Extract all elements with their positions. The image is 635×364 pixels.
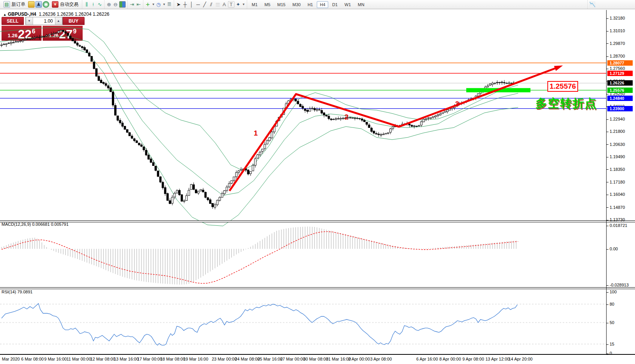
rsi-label: RSI(14) 79.0891 — [2, 290, 33, 294]
deposit-icon[interactable] — [28, 1, 35, 8]
rsi-axis-label: 100 — [607, 290, 617, 294]
vertical-line-icon[interactable]: │ — [189, 2, 194, 7]
price-tag: 1.28077 — [607, 60, 633, 66]
wave-label-1[interactable]: 1 — [254, 129, 258, 137]
rsi-axis-label: 80 — [607, 302, 614, 306]
rsi-axis-label: 15 — [607, 342, 614, 346]
autotrading-button[interactable]: ▾ 自动交易 — [50, 1, 80, 8]
macd-axis-label: 0.00 — [607, 247, 618, 251]
time-axis-label: 17 Mar 00:00 — [137, 357, 162, 361]
price-axis-label: 1.31010 — [607, 28, 625, 33]
price-axis-label: 1.17180 — [607, 180, 625, 184]
trendline-icon[interactable]: ╱ — [202, 2, 208, 7]
candle-chart-icon[interactable]: ⍿ — [90, 2, 96, 7]
price-axis-label: 1.16040 — [607, 192, 625, 197]
rsi-panel[interactable] — [0, 289, 607, 354]
time-axis-label: 24 Mar 08:00 — [235, 357, 260, 361]
time-axis-label: 9 Apr 08:00 — [462, 357, 484, 361]
tf-m5[interactable]: M5 — [261, 1, 273, 8]
zoom-in-icon[interactable]: ⊕ — [106, 2, 112, 7]
time-axis-label: 3 Apr 08:00 — [370, 357, 392, 361]
time-axis: Mar 20206 Mar 08:009 Mar 16:0011 Mar 00:… — [0, 354, 635, 364]
time-axis-label: 12 Mar 08:00 — [90, 357, 115, 361]
profiles-icon[interactable]: ◷ — [156, 2, 161, 7]
rsi-line — [2, 303, 517, 345]
tf-w1[interactable]: W1 — [341, 1, 354, 8]
time-axis-label: 6 Mar 08:00 — [21, 357, 44, 361]
new-order-icon: ▤ — [3, 1, 10, 8]
cursor-icon[interactable]: ➤ — [176, 2, 181, 7]
time-axis-label: 9 Mar 16:00 — [44, 357, 67, 361]
toolbar: ▤ 新订单 ♟ ◉ ▾ 自动交易 ⫼ ⍿ ∿ ⊕ ⊖ ⇥ ⇤ 🞤▼ — [0, 0, 635, 9]
rsi-axis-label: 50 — [607, 320, 614, 325]
price-axis-label: 1.28700 — [607, 54, 625, 58]
macd-axis-label: -0.028913 — [607, 283, 629, 287]
time-axis-label: 14 Apr 20:00 — [509, 357, 532, 361]
profiles-caret-icon[interactable]: ▼ — [163, 3, 166, 6]
price-axis-label: 1.13730 — [607, 217, 625, 222]
text-icon[interactable]: A — [221, 2, 227, 7]
tf-mn[interactable]: MN — [355, 1, 367, 8]
arrows-caret-icon[interactable]: ▼ — [242, 3, 245, 6]
price-tag: 1.23900 — [607, 106, 633, 111]
time-axis-label: 25 Mar 16:00 — [258, 357, 283, 361]
price-axis-label: 1.29870 — [607, 41, 625, 46]
arrows-icon[interactable]: ✦ — [235, 2, 241, 7]
macd-axis-label: 0.018721 — [607, 223, 627, 228]
accounts-icon[interactable]: ♟ — [35, 1, 42, 8]
price-axis-label: 1.20630 — [607, 142, 625, 147]
zoom-out-icon[interactable]: ⊖ — [113, 2, 118, 7]
price-tag: 1.25576 — [607, 88, 633, 93]
price-axis-label: 1.19490 — [607, 154, 625, 159]
time-axis-label: 30 Mar 08:00 — [303, 357, 328, 361]
price-alert-box[interactable]: 1.25576 — [547, 81, 578, 92]
turning-point-annotation[interactable]: 多空转折点 — [535, 96, 597, 111]
tile-windows-icon[interactable] — [119, 1, 126, 8]
time-axis-label: Mar 2020 — [2, 357, 20, 361]
bar-chart-icon[interactable]: ⫼ — [84, 2, 90, 7]
time-axis-label: 31 Mar 16:00 — [326, 357, 351, 361]
equidistant-channel-icon[interactable]: ⫽ — [208, 2, 214, 7]
bollinger-middle-band — [0, 36, 518, 195]
tf-m1[interactable]: M1 — [249, 1, 261, 8]
price-chart[interactable] — [0, 10, 607, 220]
macd-label: MACD(12,26,9) 0.006681 0.005791 — [2, 222, 68, 227]
crosshair-icon[interactable]: ┼ — [182, 2, 188, 7]
horizontal-line-icon[interactable]: ─ — [195, 2, 201, 7]
time-axis-label: 27 Mar 00:00 — [280, 357, 305, 361]
tf-m15[interactable]: M15 — [274, 1, 288, 8]
new-order-button[interactable]: ▤ 新订单 — [2, 1, 27, 8]
wave-label-3[interactable]: 3 — [455, 100, 459, 108]
trend-arrow-head — [554, 65, 563, 71]
price-axis-label: 1.14870 — [607, 205, 625, 210]
price-tag: 1.26226 — [607, 80, 633, 86]
tf-m30[interactable]: M30 — [289, 1, 304, 8]
time-axis-label: 13 Mar 16:00 — [114, 357, 139, 361]
indicator-list-icon[interactable]: 𝄜 — [166, 2, 172, 7]
chart-window-icon[interactable]: 📉 — [589, 2, 595, 7]
mt4-window: ▤ 新订单 ♟ ◉ ▾ 自动交易 ⫼ ⍿ ∿ ⊕ ⊖ ⇥ ⇤ 🞤▼ — [0, 0, 635, 364]
fibonacci-icon[interactable]: 𝄙 — [215, 2, 221, 7]
signals-icon[interactable]: ◉ — [43, 1, 49, 8]
price-axis-label: 1.32180 — [607, 16, 625, 20]
tf-h4[interactable]: H4 — [317, 1, 328, 8]
price-tag: 1.27129 — [607, 71, 633, 76]
new-chart-icon[interactable]: 🞤 — [145, 2, 151, 7]
macd-signal-line — [2, 232, 518, 283]
tf-d1[interactable]: D1 — [329, 1, 341, 8]
price-axis-label: 1.27560 — [607, 66, 625, 71]
text-label-icon[interactable]: T — [228, 1, 234, 8]
time-axis-label: 23 Mar 00:00 — [212, 357, 237, 361]
time-axis-label: 18 Mar 08:00 — [160, 357, 185, 361]
time-axis-label: 2 Apr 00:00 — [348, 357, 370, 361]
chart-shift-icon[interactable]: ⇤ — [136, 2, 141, 7]
time-axis-label: 11 Mar 00:00 — [66, 357, 91, 361]
wave-label-2[interactable]: 2 — [344, 113, 349, 121]
auto-scroll-icon[interactable]: ⇥ — [129, 2, 135, 7]
autotrading-icon: ▾ — [52, 1, 58, 8]
new-chart-caret-icon[interactable]: ▼ — [152, 3, 155, 6]
macd-panel[interactable] — [0, 222, 607, 287]
line-chart-icon[interactable]: ∿ — [97, 2, 103, 7]
tf-h1[interactable]: H1 — [304, 1, 316, 8]
time-axis-label: 13 Apr 12:00 — [485, 357, 509, 361]
